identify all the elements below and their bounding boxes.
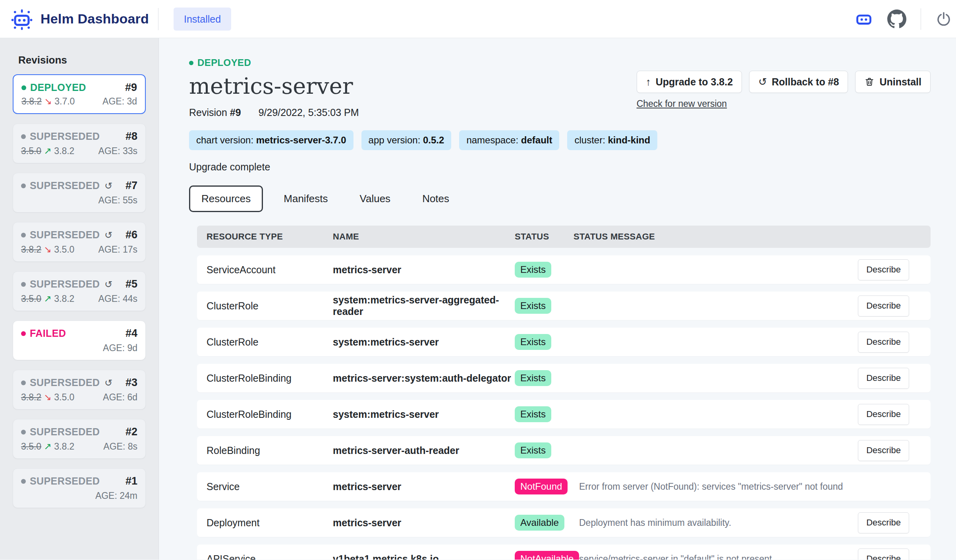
app-logo[interactable] [10,7,34,31]
status-badge: Available [515,515,564,531]
release-main: DEPLOYED metrics-server Revision #9 9/29… [159,38,956,560]
revision-status-label: SUPERSEDED [30,278,100,290]
revision-card-bottom: 3.5.0 ↗ 3.8.2AGE: 8s [21,441,137,452]
new-version: 3.8.2 [54,146,74,156]
new-version: 3.8.2 [54,441,74,452]
describe-button[interactable]: Describe [858,368,909,389]
cell-status: NotFound [515,479,574,494]
revision-number: #8 [126,130,137,143]
revision-card-bottom: 3.5.0 ↗ 3.8.2AGE: 33s [21,146,137,156]
revision-card-bottom: 3.5.0 ↗ 3.8.2AGE: 44s [21,294,137,304]
revisions-sidebar: Revisions DEPLOYED#93.8.2 ↘ 3.7.0AGE: 3d… [0,38,159,560]
uninstall-button[interactable]: Uninstall [855,71,931,93]
power-icon[interactable] [935,11,952,27]
revision-card-bottom: AGE: 24m [21,490,137,501]
revision-card-bottom: 3.8.2 ↘ 3.5.0AGE: 6d [21,392,137,403]
cell-actions: Describe [854,404,921,425]
app-title[interactable]: Helm Dashboard [41,11,149,27]
describe-button[interactable]: Describe [858,295,909,317]
revision-card[interactable]: FAILED#4AGE: 9d [13,321,146,360]
revision-status-label: SUPERSEDED [30,426,100,438]
revision-card[interactable]: SUPERSEDED↺#7AGE: 55s [13,173,146,212]
cell-name: metrics-server [333,481,515,492]
revision-card[interactable]: SUPERSEDED↺#53.5.0 ↗ 3.8.2AGE: 44s [13,271,146,311]
resources-table: RESOURCE TYPENAMESTATUSSTATUS MESSAGE Se… [197,226,931,560]
describe-button[interactable]: Describe [858,332,909,353]
table-row: ClusterRoleBindingsystem:metrics-serverE… [197,400,931,429]
chip-value: kind-kind [608,135,651,145]
nav-tab-installed[interactable]: Installed [174,8,231,31]
cell-resource-type: ClusterRoleBinding [207,373,333,384]
revision-number: #9 [125,81,137,94]
revision-card[interactable]: SUPERSEDED↺#63.8.2 ↘ 3.5.0AGE: 17s [13,222,146,262]
describe-button[interactable]: Describe [858,512,909,533]
revision-card[interactable]: SUPERSEDED#83.5.0 ↗ 3.8.2AGE: 33s [13,124,146,163]
cell-resource-type: ServiceAccount [207,264,333,276]
github-icon[interactable] [887,10,906,29]
revision-age: AGE: 55s [98,195,137,206]
revision-card[interactable]: DEPLOYED#93.8.2 ↘ 3.7.0AGE: 3d [13,74,146,114]
revision-card-top: SUPERSEDED#8 [21,130,137,143]
new-version: 3.8.2 [54,294,74,304]
tab-manifests[interactable]: Manifests [272,187,339,211]
revision-version-change: 3.8.2 ↘ 3.7.0 [21,96,75,107]
revision-card-top: SUPERSEDED↺#7 [21,180,137,192]
describe-button[interactable]: Describe [858,440,909,461]
release-chips: chart version: metrics-server-3.7.0app v… [189,130,931,150]
cell-resource-type: RoleBinding [207,445,333,456]
status-badge: Exists [515,442,551,458]
revision-card-bottom: 3.8.2 ↘ 3.5.0AGE: 17s [21,244,137,255]
revision-status-label: DEPLOYED [30,82,86,93]
old-version: 3.8.2 [21,244,41,255]
status-dot-icon [21,380,26,385]
revision-status-label: SUPERSEDED [30,180,100,191]
revision-card[interactable]: SUPERSEDED#23.5.0 ↗ 3.8.2AGE: 8s [13,419,146,459]
revision-card[interactable]: SUPERSEDED↺#33.8.2 ↘ 3.5.0AGE: 6d [13,370,146,409]
cell-name: metrics-server-auth-reader [333,445,515,456]
describe-button[interactable]: Describe [858,404,909,425]
cell-actions: Describe [854,368,921,389]
up-arrow-icon: ↗ [44,294,52,304]
cell-status-message: Error from server (NotFound): services "… [574,481,854,492]
release-status-label: DEPLOYED [197,57,251,68]
revision-age: AGE: 44s [98,294,137,304]
tab-values[interactable]: Values [349,187,402,211]
cell-name: system:metrics-server [333,336,515,348]
cell-actions: Describe [854,332,921,353]
info-chip: chart version: metrics-server-3.7.0 [189,130,353,150]
check-new-version-link[interactable]: Check for new version [637,98,727,109]
header-divider [158,8,158,30]
tab-notes[interactable]: Notes [411,187,460,211]
describe-button[interactable]: Describe [858,259,909,280]
status-dot-icon [21,331,26,336]
down-arrow-icon: ↘ [44,244,52,255]
old-version: 3.5.0 [21,146,41,156]
cell-name: metrics-server:system:auth-delegator [333,373,515,384]
upgrade-button[interactable]: ↑ Upgrade to 3.8.2 [637,71,742,93]
revision-card-top: SUPERSEDED↺#6 [21,229,137,241]
table-row: Servicemetrics-serverNotFoundError from … [197,472,931,501]
rollback-button[interactable]: ↺ Rollback to #8 [749,71,848,93]
table-header-row: RESOURCE TYPENAMESTATUSSTATUS MESSAGE [197,226,931,248]
down-arrow-icon: ↘ [44,392,52,402]
status-badge: Exists [515,298,551,314]
trash-icon [864,77,875,87]
revision-version-change: 3.8.2 ↘ 3.5.0 [21,392,74,403]
info-chip: app version: 0.5.2 [361,130,452,150]
describe-button[interactable]: Describe [858,548,909,560]
api-robot-icon[interactable] [855,10,873,28]
cell-resource-type: APIService [207,553,333,560]
revision-age: AGE: 8s [103,441,137,452]
cell-name: metrics-server [333,517,515,529]
reload-icon: ↺ [104,279,113,290]
old-version: 3.8.2 [21,392,41,402]
revision-card[interactable]: SUPERSEDED#1AGE: 24m [13,468,146,508]
cell-name: system:metrics-server [333,409,515,420]
status-dot-icon [21,85,26,90]
cell-status: Exists [515,370,574,386]
tab-resources[interactable]: Resources [189,185,263,212]
release-status: DEPLOYED [189,57,931,68]
release-status-note: Upgrade complete [189,161,931,173]
status-dot-icon [21,183,26,188]
revision-card-top: SUPERSEDED#2 [21,426,137,438]
